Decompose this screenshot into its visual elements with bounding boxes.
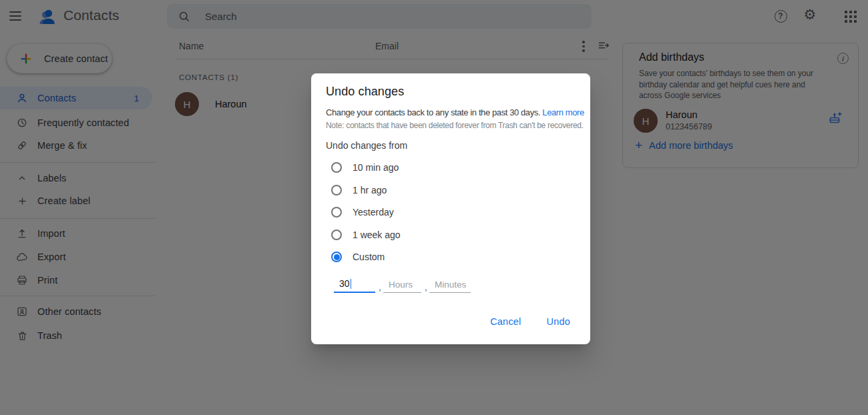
- radio-option-10-min-ago[interactable]: 10 min ago: [331, 162, 399, 173]
- dialog-note: Note: contacts that have been deleted fo…: [326, 121, 584, 130]
- separator: ,: [425, 282, 427, 292]
- radio-option-custom[interactable]: Custom: [331, 252, 385, 262]
- custom-days-input[interactable]: 30: [334, 276, 375, 293]
- radio-icon: [331, 207, 342, 218]
- radio-icon: [331, 230, 342, 240]
- radio-option-1-week-ago[interactable]: 1 week ago: [331, 230, 401, 240]
- learn-more-link[interactable]: Learn more: [542, 107, 584, 117]
- undo-from-label: Undo changes from: [326, 140, 407, 151]
- dialog-title: Undo changes: [326, 85, 404, 99]
- dialog-description: Change your contacts back to any state i…: [326, 107, 584, 117]
- undo-button[interactable]: Undo: [546, 312, 572, 331]
- undo-changes-dialog: Undo changes Change your contacts back t…: [311, 73, 590, 344]
- radio-checked-icon: [331, 252, 342, 262]
- radio-icon: [331, 185, 342, 195]
- radio-option-1-hr-ago[interactable]: 1 hr ago: [331, 185, 387, 195]
- radio-option-yesterday[interactable]: Yesterday: [331, 207, 394, 218]
- custom-hours-input[interactable]: Hours: [383, 276, 421, 293]
- radio-icon: [331, 162, 342, 173]
- separator: ,: [379, 282, 381, 292]
- text-caret: [351, 279, 352, 289]
- cancel-button[interactable]: Cancel: [489, 312, 522, 331]
- google-contacts-app: Contacts Search ? ⚙: [0, 0, 868, 415]
- custom-minutes-input[interactable]: Minutes: [429, 276, 471, 293]
